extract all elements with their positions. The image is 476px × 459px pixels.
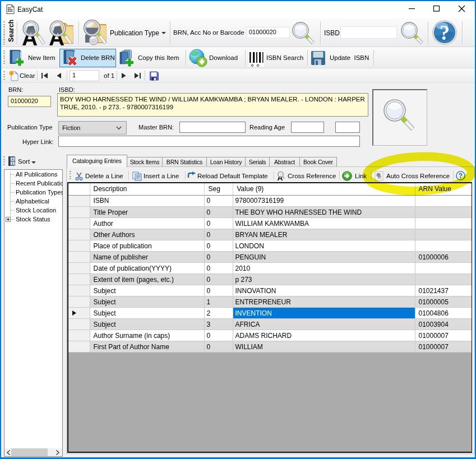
svg-text:?: ?: [440, 21, 450, 44]
svg-text:A: A: [12, 157, 14, 161]
